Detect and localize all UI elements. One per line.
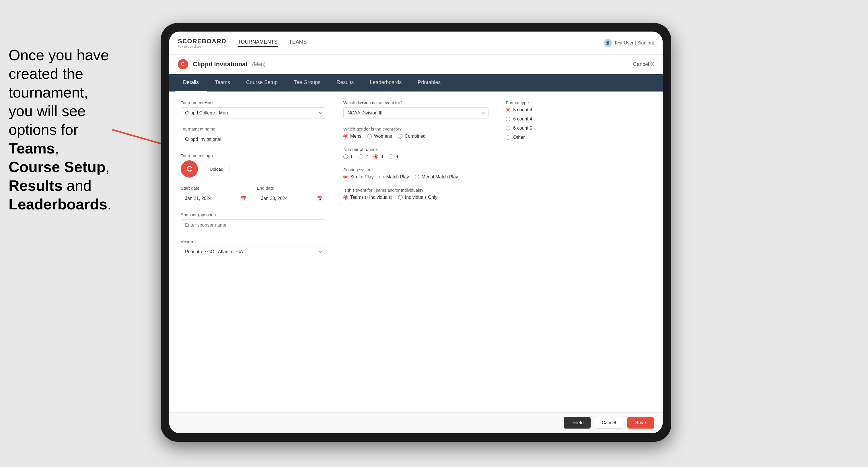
instruction-comma1: ,	[55, 140, 59, 157]
logo-label: Tournament logo	[181, 153, 326, 158]
user-label[interactable]: Test User | Sign out	[614, 40, 654, 45]
scoring-stroke-radio[interactable]	[343, 175, 348, 179]
form-middle-column: Which division is the event for? NCAA Di…	[343, 100, 489, 266]
teams-plus-label: Teams (+Individuals)	[350, 195, 393, 200]
start-date-input[interactable]	[181, 193, 250, 204]
instruction-comma2: ,	[105, 159, 110, 175]
rounds-2-radio[interactable]	[359, 154, 363, 159]
rounds-4-label: 4	[396, 154, 398, 159]
delete-button[interactable]: Delete	[564, 417, 591, 429]
cancel-header-button[interactable]: Cancel X	[633, 61, 654, 67]
venue-select[interactable]: Peachtree GC - Atlanta - GA	[181, 246, 326, 257]
rounds-1-label: 1	[350, 154, 353, 159]
division-label: Which division is the event for?	[343, 100, 489, 105]
format-5count4-radio[interactable]	[506, 107, 510, 112]
format-options: 5 count 4 6 count 4 6 count 5	[506, 107, 651, 140]
tournament-title: Clippd Invitational	[193, 61, 248, 68]
gender-mens-radio[interactable]	[343, 134, 348, 138]
teams-label: Is this event for Teams and/or Individua…	[343, 188, 489, 192]
format-6count4-label: 6 count 4	[513, 117, 532, 122]
tablet-device: SCOREBOARD Powered by clippd TOURNAMENTS…	[161, 23, 671, 442]
rounds-1-radio[interactable]	[343, 154, 348, 159]
scoring-match-radio[interactable]	[379, 175, 384, 179]
logo-upload-row: C Upload	[181, 160, 326, 178]
main-content: Tournament Host Clippd College - Men Tou…	[169, 92, 662, 412]
instruction-results: Results	[9, 177, 63, 194]
gender-group: Which gender is the event for? Mens Wome…	[343, 126, 489, 139]
gender-mens[interactable]: Mens	[343, 134, 362, 139]
format-6count5-label: 6 count 5	[513, 126, 532, 131]
teams-plus-radio[interactable]	[343, 195, 348, 200]
format-other[interactable]: Other	[506, 135, 651, 140]
instruction-period: .	[107, 196, 111, 213]
teams-plus-individuals[interactable]: Teams (+Individuals)	[343, 195, 393, 200]
rounds-2-label: 2	[366, 154, 368, 159]
tab-course-setup[interactable]: Course Setup	[238, 74, 286, 92]
format-other-radio[interactable]	[506, 135, 510, 140]
gender-womens[interactable]: Womens	[367, 134, 392, 139]
rounds-3-label: 3	[380, 154, 383, 159]
user-area: 👤 Test User | Sign out	[604, 39, 654, 47]
save-button[interactable]: Save	[627, 417, 654, 429]
scoring-stroke-play[interactable]: Stroke Play	[343, 175, 374, 180]
tab-teams[interactable]: Teams	[207, 74, 238, 92]
host-select[interactable]: Clippd College - Men	[181, 107, 326, 119]
cancel-button[interactable]: Cancel	[595, 417, 623, 429]
tournament-name-group: Tournament name	[181, 126, 326, 145]
tabs-bar: Details Teams Course Setup Tee Groups Re…	[169, 74, 662, 92]
format-6count5-radio[interactable]	[506, 126, 510, 130]
format-5count4[interactable]: 5 count 4	[506, 107, 651, 113]
scoring-medal-label: Medal Match Play	[422, 175, 458, 180]
app-logo-title: SCOREBOARD	[178, 38, 226, 45]
scoring-medal-radio[interactable]	[415, 175, 420, 179]
end-date-input[interactable]	[257, 193, 326, 204]
format-6count4-radio[interactable]	[506, 117, 510, 121]
rounds-3[interactable]: 3	[373, 154, 383, 159]
gender-radio-group: Mens Womens Combined	[343, 134, 489, 139]
gender-combined[interactable]: Combined	[398, 134, 426, 139]
tournament-header: C Clippd Invitational (Men) Cancel X	[169, 55, 662, 74]
format-6count4[interactable]: 6 count 4	[506, 117, 651, 122]
tournament-name-input[interactable]	[181, 134, 326, 145]
rounds-group: Number of rounds 1 2	[343, 147, 489, 159]
tournament-name-row: C Clippd Invitational (Men)	[178, 59, 266, 69]
rounds-4[interactable]: 4	[389, 154, 398, 159]
tab-tee-groups[interactable]: Tee Groups	[286, 74, 329, 92]
upload-button[interactable]: Upload	[204, 164, 229, 174]
action-bar: Delete Cancel Save	[169, 412, 662, 433]
nav-link-tournaments[interactable]: TOURNAMENTS	[238, 39, 278, 47]
scoring-stroke-label: Stroke Play	[350, 175, 374, 180]
rounds-4-radio[interactable]	[389, 154, 393, 159]
tournament-icon: C	[178, 59, 188, 69]
gender-mens-label: Mens	[350, 134, 362, 139]
start-date-calendar-icon: 📅	[241, 196, 246, 201]
tab-printables[interactable]: Printables	[410, 74, 448, 92]
host-group: Tournament Host Clippd College - Men	[181, 100, 326, 119]
individuals-only-radio[interactable]	[398, 195, 403, 200]
individuals-only-label: Individuals Only	[405, 195, 437, 200]
scoring-match-label: Match Play	[386, 175, 409, 180]
individuals-only[interactable]: Individuals Only	[398, 195, 437, 200]
gender-combined-radio[interactable]	[398, 134, 402, 138]
sponsor-input[interactable]	[181, 219, 326, 231]
venue-label: Venue	[181, 239, 326, 244]
tab-leaderboards[interactable]: Leaderboards	[362, 74, 410, 92]
tab-results[interactable]: Results	[329, 74, 362, 92]
gender-womens-radio[interactable]	[367, 134, 372, 138]
instruction-line1: Once you havecreated thetournament,you w…	[9, 47, 109, 138]
end-date-wrap: 📅	[257, 193, 326, 204]
format-group: Format type 5 count 4 6 count 4	[506, 100, 651, 140]
nav-link-teams[interactable]: TEAMS	[289, 39, 307, 47]
rounds-3-radio[interactable]	[373, 154, 378, 159]
gender-label: Which gender is the event for?	[343, 126, 489, 131]
rounds-1[interactable]: 1	[343, 154, 353, 159]
scoring-group: Scoring system Stroke Play Match Play	[343, 167, 489, 180]
scoring-match-play[interactable]: Match Play	[379, 175, 409, 180]
scoring-medal-match-play[interactable]: Medal Match Play	[415, 175, 458, 180]
rounds-2[interactable]: 2	[359, 154, 368, 159]
division-select[interactable]: NCAA Division III	[343, 107, 489, 119]
tab-details[interactable]: Details	[175, 74, 207, 92]
logo-circle: C	[181, 160, 198, 178]
host-label: Tournament Host	[181, 100, 326, 105]
format-6count5[interactable]: 6 count 5	[506, 126, 651, 131]
